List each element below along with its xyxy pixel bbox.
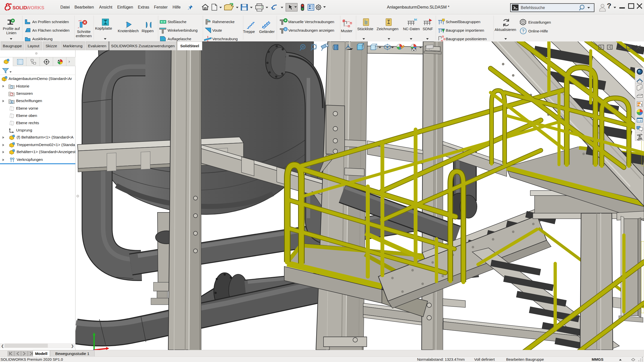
svg-text:?: ?: [522, 29, 525, 33]
svg-text:NC: NC: [414, 18, 417, 21]
svg-text:i: i: [285, 28, 286, 31]
svg-text:WORKS: WORKS: [26, 5, 44, 10]
svg-text:SOLID: SOLID: [13, 5, 27, 10]
svg-text:A: A: [11, 101, 12, 104]
